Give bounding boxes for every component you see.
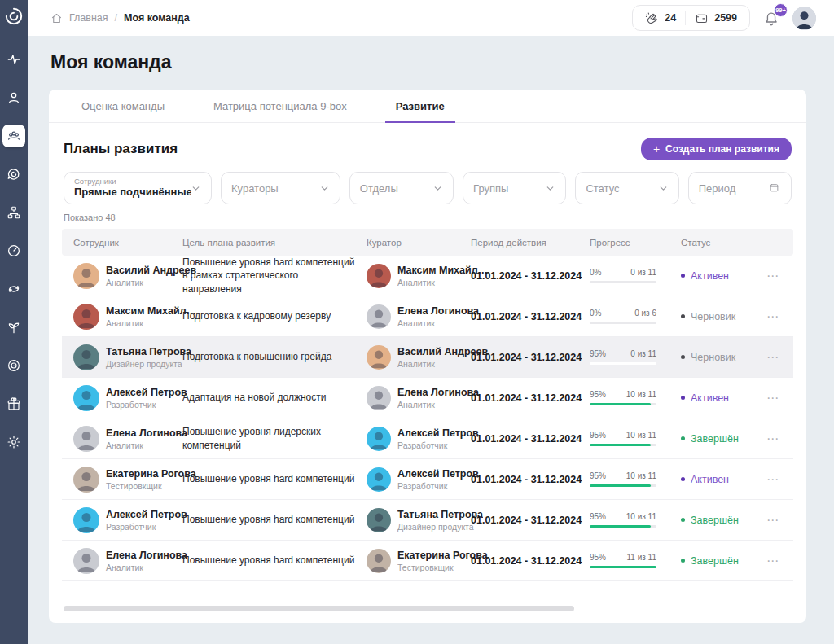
tab-9box-matrix[interactable]: Матрица потенциала 9-box [203, 90, 358, 123]
stats-pill: 24 2599 [632, 5, 750, 31]
row-actions-button[interactable]: ⋯ [761, 554, 793, 568]
avatar [367, 345, 391, 370]
person-cell: Алексей ПетровРазработчик [367, 467, 471, 492]
filter-departments[interactable]: Отделы [349, 172, 454, 204]
chevron-down-icon [191, 183, 201, 194]
row-actions-button[interactable]: ⋯ [761, 432, 793, 446]
table-row[interactable]: Максим Михайл…АналитикПодготовка к кадро… [62, 296, 793, 337]
col-progress: Прогресс [590, 238, 681, 248]
progress-percent: 95% [590, 553, 606, 562]
chevron-down-icon [432, 183, 443, 194]
avatar [367, 264, 391, 288]
avatar [73, 304, 99, 330]
home-icon[interactable] [50, 12, 63, 24]
person-role: Разработчик [397, 440, 479, 450]
plan-progress: 0%0 из 11 [590, 268, 665, 283]
status-dot-icon [681, 274, 685, 278]
tab-development[interactable]: Развитие [385, 90, 455, 123]
progress-bar [590, 322, 656, 324]
status-label: Завершён [691, 433, 739, 445]
sidebar-item-development[interactable] [2, 316, 25, 339]
row-actions-button[interactable]: ⋯ [761, 350, 793, 365]
target-icon [7, 358, 21, 373]
filter-employees[interactable]: Сотрудники Прямые подчинённые [64, 172, 212, 204]
person-cell: Алексей ПетровРазработчик [62, 385, 182, 411]
breadcrumb-root[interactable]: Главная [69, 12, 108, 24]
person-role: Разработчик [397, 481, 479, 491]
sidebar-item-team[interactable] [2, 125, 25, 147]
status-badge: Активен [681, 392, 761, 404]
filter-status[interactable]: Статус [575, 172, 678, 204]
tab-team-assessment[interactable]: Оценка команды [71, 90, 175, 123]
user-avatar[interactable] [792, 7, 816, 30]
avatar [73, 263, 99, 289]
filter-groups[interactable]: Группы [463, 172, 566, 204]
sidebar-item-structure[interactable] [2, 201, 25, 224]
plan-period: 01.01.2024 - 31.12.2024 [471, 352, 590, 363]
plan-period: 01.01.2024 - 31.12.2024 [471, 515, 590, 526]
activity-icon [7, 52, 21, 67]
plan-progress: 95%10 из 11 [590, 471, 665, 487]
plan-period: 01.01.2024 - 31.12.2024 [471, 474, 590, 485]
app-logo-icon[interactable] [3, 6, 24, 27]
progress-bar [590, 403, 656, 405]
progress-percent: 95% [590, 390, 606, 399]
tabs: Оценка команды Матрица потенциала 9-box … [49, 90, 806, 123]
gift-icon [7, 396, 21, 411]
sidebar [0, 0, 28, 644]
row-actions-button[interactable]: ⋯ [761, 391, 793, 405]
filter-curators[interactable]: Кураторы [221, 172, 340, 204]
plan-goal: Повышение уровня лидерских компетенций [182, 425, 367, 451]
avatar [367, 467, 391, 492]
plan-goal: Подготовка к кадровому резерву [182, 309, 367, 322]
progress-percent: 95% [590, 349, 606, 358]
status-badge: Активен [681, 270, 761, 282]
sidebar-item-goals[interactable] [2, 354, 25, 377]
sidebar-item-rewards[interactable] [2, 392, 25, 415]
avatar [73, 507, 99, 533]
row-actions-button[interactable]: ⋯ [761, 513, 793, 528]
sidebar-item-settings[interactable] [2, 431, 25, 453]
sidebar-item-profile[interactable] [2, 86, 25, 109]
row-actions-button[interactable]: ⋯ [761, 269, 793, 283]
status-label: Завершён [691, 515, 739, 526]
plan-progress: 0%0 из 6 [590, 309, 665, 324]
content-card: Оценка команды Матрица потенциала 9-box … [49, 90, 806, 623]
plan-goal: Повышение уровня hard компетенций [182, 513, 367, 526]
status-label: Завершён [691, 555, 739, 567]
table-row[interactable]: Елена ЛогиноваАналитикПовышение уровня л… [62, 418, 793, 459]
status-badge: Черновик [681, 311, 761, 322]
breadcrumb-separator: / [115, 12, 117, 24]
table-row[interactable]: Алексей ПетровРазработчикПовышение уровн… [62, 500, 793, 541]
user-icon [7, 90, 21, 105]
sidebar-item-chat[interactable] [2, 163, 25, 186]
table-row[interactable]: Василий АндреевАналитикПовышение уровня … [62, 256, 793, 296]
progress-count: 10 из 11 [626, 471, 656, 480]
coins-counter[interactable]: 2599 [685, 11, 746, 25]
status-dot-icon [681, 396, 685, 400]
person-cell: Елена ЛогиноваАналитик [367, 386, 471, 410]
plan-progress: 95%11 из 11 [590, 553, 665, 568]
sidebar-item-cycles[interactable] [2, 278, 25, 300]
filter-period[interactable]: Период [688, 172, 792, 204]
row-actions-button[interactable]: ⋯ [761, 309, 793, 324]
person-cell: Екатерина РоговаТестировкщик [367, 549, 471, 573]
status-dot-icon [681, 314, 685, 318]
progress-percent: 0% [590, 309, 601, 318]
plan-goal: Повышение уровня hard компетенций [182, 554, 367, 567]
notifications-button[interactable]: 99+ [763, 10, 779, 26]
claps-count: 24 [665, 12, 676, 24]
table-row[interactable]: Алексей ПетровРазработчикАдаптация на но… [62, 378, 793, 418]
table-row[interactable]: Екатерина РоговаТестировкщикПовышение ур… [62, 459, 793, 500]
avatar [73, 344, 99, 370]
create-plan-button[interactable]: + Создать план развития [641, 138, 792, 160]
horizontal-scrollbar[interactable] [64, 606, 574, 611]
sidebar-item-performance[interactable] [2, 239, 25, 262]
table-row[interactable]: Татьяна ПетроваДизайнер продуктаПодготов… [62, 337, 793, 378]
avatar [73, 548, 99, 574]
claps-counter[interactable]: 24 [636, 11, 685, 25]
table-row[interactable]: Елена ЛогиноваАналитикПовышение уровня h… [62, 541, 793, 581]
sidebar-item-activity[interactable] [2, 48, 25, 71]
progress-bar [590, 525, 656, 528]
row-actions-button[interactable]: ⋯ [761, 472, 793, 487]
